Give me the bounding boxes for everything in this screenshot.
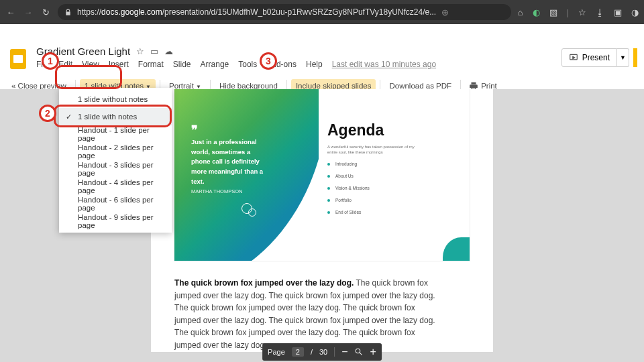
collections-icon[interactable]: ▣ <box>614 7 622 17</box>
forward-icon[interactable]: → <box>23 7 34 17</box>
page-label: Page <box>268 348 285 356</box>
share-stub[interactable] <box>633 48 637 67</box>
dd-handout-6[interactable]: Handout - 6 slides per page <box>59 195 172 213</box>
dd-handout-3[interactable]: Handout - 3 slides per page <box>59 160 172 178</box>
url-text: https://docs.google.com/presentation/d/1… <box>77 7 436 17</box>
menu-slide[interactable]: Slide <box>173 60 191 69</box>
last-edit[interactable]: Last edit was 10 minutes ago <box>332 60 436 69</box>
zoom-out-icon[interactable]: − <box>341 346 347 358</box>
page-toolbar: Page 2 / 30 − + <box>262 343 382 361</box>
bullet: End of Slides <box>327 210 370 215</box>
lock-icon <box>64 9 72 16</box>
menu-tools[interactable]: Tools <box>238 60 257 69</box>
dd-handout-9[interactable]: Handout - 9 slides per page <box>59 213 172 230</box>
bullet: Introducing <box>327 162 370 166</box>
home-icon[interactable]: ⌂ <box>518 7 523 17</box>
menu-arrange[interactable]: Arrange <box>201 60 229 69</box>
annotation-marker-2: 2 <box>39 105 56 122</box>
slides-logo[interactable] <box>8 46 28 72</box>
speaker-notes: The quick brown fox jumped over the lazy… <box>174 270 470 352</box>
dd-handout-1[interactable]: Handout - 1 slide per page <box>59 125 172 143</box>
menu-format[interactable]: Format <box>138 60 164 69</box>
page-current[interactable]: 2 <box>292 347 304 357</box>
favorite-icon[interactable]: ☆ <box>578 7 586 17</box>
agenda-title: Agenda <box>327 121 384 139</box>
zoom-reset-icon[interactable] <box>355 347 364 357</box>
bullet: Vision & Missions <box>327 186 370 190</box>
move-icon[interactable]: ▭ <box>150 46 158 56</box>
slide-quote: Just in a professional world, sometimes … <box>191 137 268 187</box>
dd-handout-2[interactable]: Handout - 2 slides per page <box>59 143 172 160</box>
page-sep: / <box>311 348 313 356</box>
ext2-icon[interactable]: ▧ <box>549 7 557 17</box>
dd-handout-4[interactable]: Handout - 4 slides per page <box>59 178 172 195</box>
decor-blob <box>443 237 470 261</box>
present-icon <box>569 53 578 62</box>
bullet: Portfolio <box>327 198 370 202</box>
svg-line-2 <box>360 353 362 355</box>
cloud-icon[interactable]: ☁ <box>164 46 173 56</box>
back-icon[interactable]: ← <box>5 7 16 17</box>
decor-circles-icon <box>241 203 256 217</box>
star-icon[interactable]: ☆ <box>136 46 144 56</box>
page-total: 30 <box>319 348 327 356</box>
agenda-bullets: Introducing About Us Vision & Missions P… <box>327 162 370 222</box>
svg-point-1 <box>356 349 361 353</box>
annotation-box-2 <box>54 105 172 127</box>
downloads-icon[interactable]: ⭳ <box>596 7 604 17</box>
annotation-marker-3: 3 <box>260 52 277 70</box>
address-bar[interactable]: https://docs.google.com/presentation/d/1… <box>58 4 511 20</box>
ext-icon[interactable]: ◐ <box>533 7 540 17</box>
profile-icon[interactable]: ◑ <box>631 7 639 17</box>
sep <box>334 347 335 357</box>
bullet: About Us <box>327 174 370 178</box>
browser-actions: ⌂ ◐ ▧ | ☆ ⭳ ▣ ◑ <box>518 7 639 17</box>
reader-icon[interactable]: ⊕ <box>441 7 449 17</box>
annotation-box-1 <box>55 65 122 89</box>
reload-icon[interactable]: ↻ <box>40 7 51 17</box>
browser-chrome: ← → ↻ https://docs.google.com/presentati… <box>0 0 644 24</box>
slide-thumbnail: ❞ Just in a professional world, sometime… <box>174 89 470 261</box>
present-button[interactable]: Present <box>561 48 617 67</box>
menu-help[interactable]: Help <box>306 60 323 69</box>
quote-mark-icon: ❞ <box>191 123 198 137</box>
present-dropdown[interactable]: ▼ <box>617 48 629 67</box>
zoom-in-icon[interactable]: + <box>370 346 376 358</box>
agenda-subtitle: A wonderful serenity has taken possessio… <box>327 144 421 156</box>
annotation-marker-1: 1 <box>42 52 59 70</box>
page: ❞ Just in a professional world, sometime… <box>151 89 493 352</box>
white-spacer <box>0 24 644 42</box>
slide-author: MARTHA THOMPSON <box>191 188 242 194</box>
divider: | <box>567 7 569 17</box>
